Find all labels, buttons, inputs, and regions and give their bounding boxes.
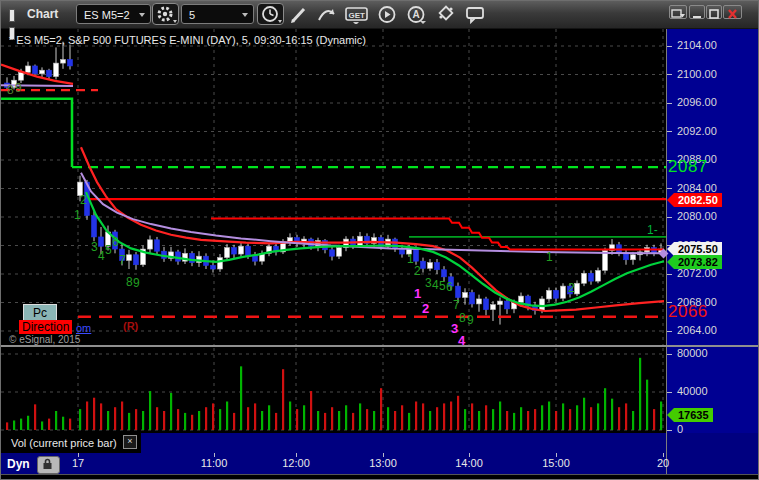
annotation-number: 4: [432, 278, 439, 292]
candle-body: [428, 263, 433, 269]
annotation-number: 2: [80, 193, 87, 207]
volume-bar: [20, 419, 22, 430]
chevron-down-icon: [139, 13, 145, 17]
volume-bar: [233, 413, 235, 430]
candle-body: [225, 248, 230, 258]
get-icon: GET: [345, 5, 371, 24]
annotation-number: 1: [407, 252, 414, 266]
price-axis[interactable]: [666, 29, 759, 475]
link-button[interactable]: [436, 5, 458, 24]
volume-bar: [380, 388, 382, 430]
dock-button[interactable]: [669, 5, 687, 19]
volume-bar: [583, 398, 585, 430]
play-button[interactable]: [377, 5, 399, 24]
window-title: Chart: [27, 7, 58, 21]
lock-button[interactable]: [37, 456, 60, 474]
annotation-number: 3: [425, 276, 432, 290]
volume-bar: [464, 409, 466, 430]
comment-button[interactable]: [465, 5, 487, 24]
studies-button[interactable]: [317, 5, 339, 24]
chart-window: Chart ES M5=2 5: [0, 0, 759, 480]
alerts-button[interactable]: A: [406, 5, 428, 24]
candle-body: [127, 255, 132, 261]
candle-body: [596, 270, 601, 281]
maximize-button[interactable]: [706, 5, 722, 19]
title-bar[interactable]: Chart ES M5=2 5: [1, 1, 758, 29]
play-icon: [377, 5, 397, 24]
annotation-number: 1: [74, 208, 81, 222]
candle-body: [540, 299, 545, 310]
candle-body: [358, 236, 363, 245]
get-data-button[interactable]: GET: [345, 5, 367, 24]
time-template-button[interactable]: [257, 3, 284, 25]
volume-pane[interactable]: [1, 348, 667, 433]
annotation-number: 7: [119, 253, 126, 267]
pane-splitter[interactable]: [1, 345, 759, 347]
volume-bar: [618, 407, 620, 430]
candle-body: [470, 293, 475, 304]
candle-body: [547, 290, 552, 299]
svg-text:A: A: [413, 9, 420, 20]
volume-bar: [541, 405, 543, 430]
volume-bar: [310, 391, 312, 430]
volume-bar: [450, 402, 452, 431]
volume-bar: [401, 405, 403, 430]
volume-bars-layer: [6, 358, 662, 430]
annotation-number: 1-: [647, 223, 658, 237]
svg-text:GET: GET: [349, 11, 366, 20]
volume-bar: [163, 411, 165, 430]
candle-body: [92, 216, 97, 237]
candle-body: [498, 301, 503, 305]
draw-tool-button[interactable]: [289, 5, 311, 24]
interval-combo[interactable]: 5: [181, 4, 254, 24]
volume-bar: [205, 407, 207, 430]
annotation-number: 3: [91, 240, 98, 254]
volume-bar: [373, 411, 375, 430]
annotation-number: 8: [7, 83, 14, 97]
candles-layer: [5, 42, 664, 325]
close-button[interactable]: [723, 5, 742, 19]
volume-bar: [653, 409, 655, 430]
candle-body: [442, 270, 447, 277]
candle-body: [435, 263, 440, 270]
annotation-number: 9: [133, 276, 140, 290]
bottom-frame-line: [1, 474, 759, 475]
chevron-down-icon: [242, 13, 248, 17]
volume-bar: [646, 380, 648, 430]
dock-icon: [670, 8, 686, 20]
volume-bar: [219, 409, 221, 430]
volume-bar: [289, 402, 291, 431]
volume-bar: [555, 411, 557, 430]
volume-bar: [191, 415, 193, 430]
volume-bar: [254, 403, 256, 430]
candle-body: [155, 240, 160, 251]
candle-body: [99, 237, 104, 246]
volume-bar: [296, 409, 298, 430]
tab-vol[interactable]: Vol (current price bar): [11, 437, 117, 449]
chevron-down-icon: [278, 20, 282, 23]
candle-body: [148, 240, 153, 249]
chart-panes-icon: [9, 8, 23, 20]
tab-close-icon[interactable]: ×: [123, 435, 137, 449]
symbol-settings-button[interactable]: [152, 3, 179, 25]
volume-bar: [352, 413, 354, 430]
main-chart-pane[interactable]: 123456789123456789128912341-: [1, 29, 667, 347]
candle-body: [575, 283, 580, 294]
auto-a-icon: A: [406, 5, 428, 24]
minimize-button[interactable]: [689, 5, 705, 19]
volume-bar: [324, 413, 326, 430]
volume-bar: [604, 388, 606, 430]
volume-bar: [240, 366, 242, 430]
annotation-number: 6: [112, 235, 119, 249]
volume-bar: [6, 422, 8, 430]
volume-bar: [261, 411, 263, 430]
volume-bar: [275, 413, 277, 430]
watermark-link[interactable]: om: [76, 322, 91, 334]
volume-bar: [142, 411, 144, 430]
symbol-combo[interactable]: ES M5=2: [76, 4, 151, 24]
volume-bar: [527, 411, 529, 430]
annotation-number: 7: [453, 298, 460, 312]
maximize-icon: [707, 8, 721, 20]
volume-bar: [625, 403, 627, 430]
dyn-mode-label[interactable]: Dyn: [7, 457, 30, 471]
